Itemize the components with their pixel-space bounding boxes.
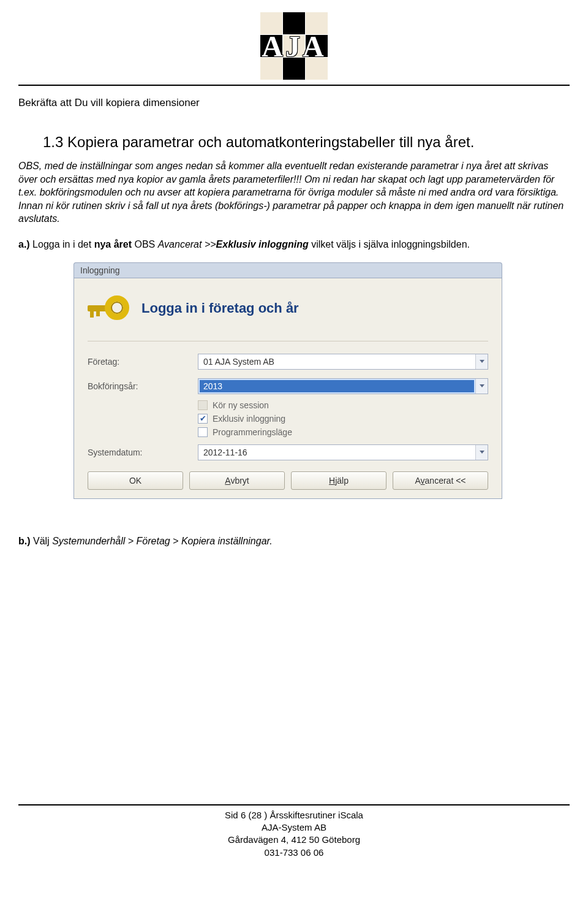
key-icon xyxy=(88,289,130,327)
ok-button[interactable]: OK xyxy=(88,471,183,490)
chevron-down-icon[interactable] xyxy=(475,354,488,369)
checkbox-programmeringslage[interactable]: Programmeringsläge xyxy=(198,427,488,437)
intro-text: Bekräfta att Du vill kopiera dimensioner xyxy=(18,97,570,109)
company-value: 01 AJA System AB xyxy=(198,357,475,367)
chevron-down-icon[interactable] xyxy=(475,445,488,460)
year-value: 2013 xyxy=(200,380,474,392)
footer-line-1: Sid 6 (28 ) Årsskiftesrutiner iScala xyxy=(18,809,570,821)
footer-line-2: AJA-System AB xyxy=(18,821,570,834)
page-footer: Sid 6 (28 ) Årsskiftesrutiner iScala AJA… xyxy=(18,809,570,859)
checkbox-exklusiv-inloggning[interactable]: ✔ Exklusiv inloggning xyxy=(198,414,488,424)
step-b-marker: b.) xyxy=(18,536,31,546)
section-title: 1.3 Kopiera parametrar och automatkonter… xyxy=(43,134,570,151)
sysdate-combobox[interactable]: 2012-11-16 xyxy=(198,444,488,460)
logo-text: AJA xyxy=(260,12,328,80)
footer-line-3: Gårdavägen 4, 412 50 Göteborg xyxy=(18,834,570,846)
hjalp-button[interactable]: Hjälp xyxy=(291,471,386,490)
checkbox-icon: ✔ xyxy=(198,414,208,424)
dialog-separator xyxy=(88,341,488,341)
chevron-down-icon[interactable] xyxy=(475,379,488,394)
avbryt-button[interactable]: Avbryt xyxy=(189,471,285,490)
window-title: Inloggning xyxy=(74,262,502,278)
year-label: Bokföringsår: xyxy=(88,381,198,391)
checkbox-icon xyxy=(198,400,208,410)
company-combobox[interactable]: 01 AJA System AB xyxy=(198,354,488,370)
avancerat-button[interactable]: Avancerat << xyxy=(393,471,488,490)
sysdate-label: Systemdatum: xyxy=(88,447,198,457)
sysdate-value: 2012-11-16 xyxy=(198,447,475,457)
checkbox-label: Programmeringsläge xyxy=(213,427,292,437)
login-dialog: Inloggning Logga in i företag och år För… xyxy=(74,262,502,499)
checkbox-icon xyxy=(198,427,208,437)
checkbox-kor-ny-session[interactable]: Kör ny session xyxy=(198,400,488,410)
warning-paragraph: OBS, med de inställningar som anges neda… xyxy=(18,159,570,226)
dialog-header: Logga in i företag och år xyxy=(141,300,299,316)
step-a: a.) Logga in i det nya året OBS Avancera… xyxy=(18,239,570,250)
year-combobox[interactable]: 2013 xyxy=(198,378,488,394)
company-label: Företag: xyxy=(88,357,198,367)
checkbox-label: Kör ny session xyxy=(213,400,269,410)
page-logo: AJA xyxy=(18,12,570,82)
header-divider xyxy=(18,85,570,86)
footer-line-4: 031-733 06 06 xyxy=(18,847,570,859)
step-b: b.) Välj Systemunderhåll > Företag > Kop… xyxy=(18,536,570,547)
footer-divider xyxy=(18,804,570,805)
checkbox-label: Exklusiv inloggning xyxy=(213,414,285,424)
step-a-marker: a.) xyxy=(18,239,30,249)
